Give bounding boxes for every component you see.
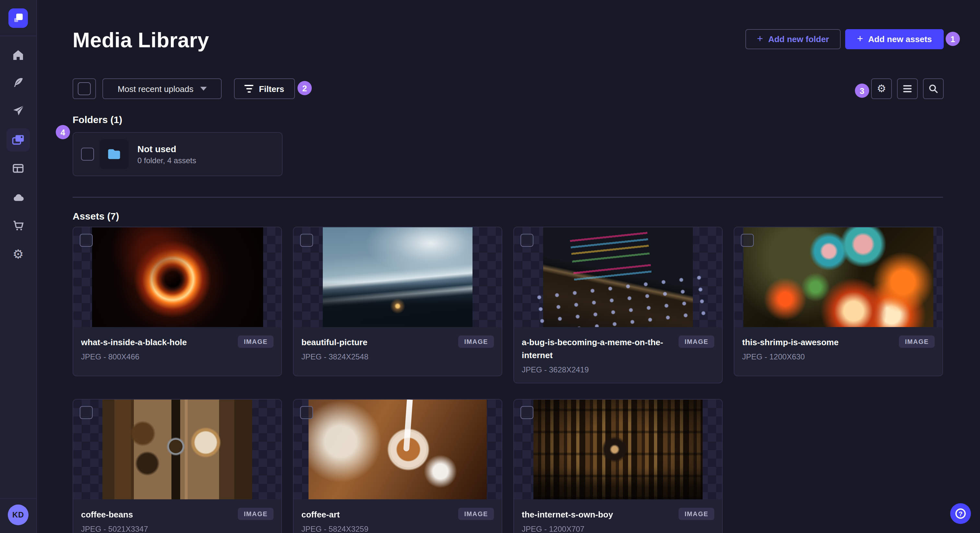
asset-name: this-shrimp-is-awesome — [742, 336, 892, 349]
asset-checkbox[interactable] — [300, 406, 313, 419]
images-icon — [11, 133, 25, 147]
asset-name: what-s-inside-a-black-hole — [81, 336, 231, 349]
settings-view-button[interactable]: ⚙ — [871, 78, 892, 99]
folder-meta: 0 folder, 4 assets — [137, 156, 196, 165]
chevron-down-icon — [200, 87, 207, 90]
filters-button[interactable]: Filters — [234, 78, 295, 99]
asset-photo — [743, 227, 933, 327]
annotation-badge-2: 2 — [298, 81, 312, 95]
sidebar-item-release[interactable] — [6, 99, 30, 122]
asset-photo — [543, 227, 693, 327]
asset-type-badge: IMAGE — [679, 335, 714, 348]
asset-checkbox[interactable] — [520, 234, 533, 247]
user-avatar[interactable]: KD — [8, 504, 29, 525]
search-icon — [928, 84, 939, 94]
sidebar-item-content[interactable] — [6, 71, 30, 95]
sidebar: ⚙ KD — [0, 0, 37, 533]
asset-meta: JPEG - 5021X3347 — [81, 525, 274, 533]
asset-caption: coffee-beans IMAGE JPEG - 5021X3347 — [73, 500, 281, 533]
asset-name: beautiful-picture — [301, 336, 452, 349]
folder-tile — [99, 139, 129, 169]
asset-thumbnail — [73, 227, 281, 327]
sidebar-divider-top — [0, 36, 37, 36]
plus-icon: + — [757, 34, 763, 44]
asset-meta: JPEG - 3628X2419 — [522, 366, 714, 374]
asset-caption: this-shrimp-is-awesome IMAGE JPEG - 1200… — [734, 327, 942, 376]
asset-name: a-bug-is-becoming-a-meme-on-the-internet — [522, 336, 672, 362]
strapi-logo-icon — [14, 14, 23, 23]
feather-icon — [12, 76, 25, 89]
sidebar-item-settings[interactable]: ⚙ — [6, 242, 30, 265]
list-view-button[interactable] — [897, 78, 918, 99]
asset-type-badge: IMAGE — [899, 335, 935, 348]
strapi-logo[interactable] — [8, 8, 28, 28]
assets-heading: Assets (7) — [73, 211, 119, 222]
asset-photo — [323, 227, 473, 327]
asset-checkbox[interactable] — [300, 234, 313, 247]
folder-name: Not used — [137, 143, 196, 154]
main-content: Media Library + Add new folder + Add new… — [37, 0, 980, 533]
asset-card[interactable]: coffee-art IMAGE JPEG - 5824X3259 — [293, 399, 502, 533]
asset-type-badge: IMAGE — [238, 508, 274, 520]
asset-checkbox[interactable] — [80, 406, 93, 419]
media-library-page: ⚙ KD Media Library + Add new folder + Ad… — [0, 0, 980, 533]
sidebar-item-deploy[interactable] — [6, 185, 30, 209]
list-icon — [902, 84, 913, 94]
select-all-checkbox[interactable] — [78, 82, 91, 95]
asset-checkbox[interactable] — [520, 406, 533, 419]
question-mark-icon: ? — [955, 508, 966, 519]
asset-card[interactable]: the-internet-s-own-boy IMAGE JPEG - 1200… — [513, 399, 723, 533]
asset-thumbnail — [514, 227, 722, 327]
send-icon — [12, 104, 25, 117]
asset-type-badge: IMAGE — [458, 335, 494, 348]
add-new-assets-button[interactable]: + Add new assets — [845, 29, 944, 49]
asset-type-badge: IMAGE — [238, 335, 274, 348]
asset-caption: a-bug-is-becoming-a-meme-on-the-internet… — [514, 327, 722, 383]
add-new-assets-label: Add new assets — [868, 34, 932, 44]
asset-type-badge: IMAGE — [458, 508, 494, 520]
add-new-folder-label: Add new folder — [768, 34, 829, 44]
asset-thumbnail — [294, 400, 502, 500]
asset-checkbox[interactable] — [80, 234, 93, 247]
sort-dropdown[interactable]: Most recent uploads — [102, 78, 222, 99]
asset-card[interactable]: coffee-beans IMAGE JPEG - 5021X3347 — [73, 399, 282, 533]
asset-photo — [309, 400, 487, 500]
add-new-folder-button[interactable]: + Add new folder — [745, 29, 841, 49]
assets-grid: what-s-inside-a-black-hole IMAGE JPEG - … — [73, 227, 943, 533]
home-icon — [12, 49, 25, 62]
sidebar-item-marketplace[interactable] — [6, 214, 30, 237]
help-button[interactable]: ? — [950, 503, 971, 524]
asset-caption: what-s-inside-a-black-hole IMAGE JPEG - … — [73, 327, 281, 376]
folder-card[interactable]: Not used 0 folder, 4 assets — [73, 132, 283, 176]
asset-type-badge: IMAGE — [679, 508, 714, 520]
sidebar-item-content-type-builder[interactable] — [6, 157, 30, 180]
annotation-badge-3: 3 — [855, 84, 869, 98]
cart-icon — [12, 219, 25, 232]
asset-card[interactable]: this-shrimp-is-awesome IMAGE JPEG - 1200… — [734, 227, 943, 376]
select-all-button[interactable] — [73, 78, 96, 99]
gear-icon: ⚙ — [13, 248, 24, 260]
asset-card[interactable]: what-s-inside-a-black-hole IMAGE JPEG - … — [73, 227, 282, 376]
asset-thumbnail — [514, 400, 722, 500]
plus-icon: + — [857, 34, 863, 44]
asset-thumbnail — [294, 227, 502, 327]
folder-checkbox[interactable] — [81, 148, 94, 160]
asset-photo — [92, 227, 263, 327]
asset-name: coffee-beans — [81, 509, 231, 522]
asset-name: the-internet-s-own-boy — [522, 509, 672, 522]
sort-value: Most recent uploads — [118, 84, 194, 94]
layout-icon — [12, 162, 25, 175]
page-title: Media Library — [73, 29, 209, 52]
asset-card[interactable]: a-bug-is-becoming-a-meme-on-the-internet… — [513, 227, 723, 384]
asset-thumbnail — [734, 227, 942, 327]
asset-checkbox[interactable] — [741, 234, 754, 247]
folders-heading: Folders (1) — [73, 114, 122, 125]
sidebar-item-home[interactable] — [6, 43, 30, 67]
section-divider — [73, 197, 943, 198]
search-button[interactable] — [923, 78, 944, 99]
annotation-badge-4: 4 — [56, 125, 70, 139]
asset-thumbnail — [73, 400, 281, 500]
asset-card[interactable]: beautiful-picture IMAGE JPEG - 3824X2548 — [293, 227, 502, 376]
sidebar-item-media-library[interactable] — [6, 128, 30, 152]
asset-caption: beautiful-picture IMAGE JPEG - 3824X2548 — [294, 327, 502, 376]
